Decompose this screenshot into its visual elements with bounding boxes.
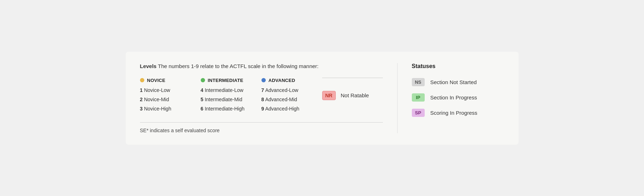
levels-header: Levels The numbers 1-9 relate to the ACT… [140,63,383,69]
bottom-divider [140,122,383,123]
levels-grid: NOVICE 1 Novice-Low 2 Novice-Mid 3 Novic… [140,78,383,115]
advanced-column: ADVANCED 7 Advanced-Low 8 Advanced-Mid 9… [261,78,322,115]
statuses-panel: Statuses NS Section Not Started IP Secti… [397,63,504,133]
levels-panel: Levels The numbers 1-9 relate to the ACT… [140,63,383,133]
nr-label: Not Ratable [341,92,369,98]
advanced-low: 7 Advanced-Low [261,87,322,93]
novice-label: NOVICE [147,78,165,83]
nr-divider [322,78,383,78]
statuses-title: Statuses [412,63,504,69]
status-row-sp: SP Scoring In Progress [412,109,504,117]
status-row-ns: NS Section Not Started [412,78,504,86]
novice-high: 3 Novice-High [140,106,201,112]
status-row-ip: IP Section In Progress [412,93,504,102]
intermediate-high: 6 Intermediate-High [201,106,261,112]
intermediate-label: INTERMEDIATE [208,78,244,83]
nr-badge: NR [322,91,336,100]
advanced-label: ADVANCED [269,78,295,83]
intermediate-header: INTERMEDIATE [201,78,261,83]
sp-label: Scoring In Progress [430,110,478,116]
sp-badge: SP [412,109,425,117]
intermediate-low: 4 Intermediate-Low [201,87,261,93]
levels-header-text: Levels The numbers 1-9 relate to the ACT… [140,63,319,69]
ns-badge: NS [412,78,425,86]
advanced-high: 9 Advanced-High [261,106,322,112]
advanced-dot [261,78,266,82]
se-note: SE* indicates a self evaluated score [140,128,383,133]
intermediate-column: INTERMEDIATE 4 Intermediate-Low 5 Interm… [201,78,261,115]
ip-badge: IP [412,93,425,102]
novice-low: 1 Novice-Low [140,87,201,93]
intermediate-mid: 5 Intermediate-Mid [201,97,261,102]
ns-label: Section Not Started [430,79,477,85]
advanced-mid: 8 Advanced-Mid [261,97,322,102]
novice-header: NOVICE [140,78,201,83]
novice-mid: 2 Novice-Mid [140,97,201,102]
levels-description: The numbers 1-9 relate to the ACTFL scal… [156,63,319,69]
main-card: Levels The numbers 1-9 relate to the ACT… [126,52,519,145]
advanced-header: ADVANCED [261,78,322,83]
novice-column: NOVICE 1 Novice-Low 2 Novice-Mid 3 Novic… [140,78,201,115]
levels-bold-label: Levels [140,63,157,69]
intermediate-dot [201,78,205,82]
ip-label: Section In Progress [430,94,477,100]
nr-row: NR Not Ratable [322,91,369,100]
nr-column: NR Not Ratable [322,78,383,115]
novice-dot [140,78,144,82]
